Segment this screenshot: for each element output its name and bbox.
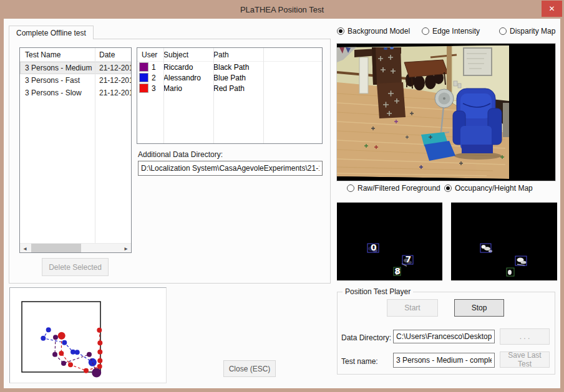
delete-selected-button[interactable]: Delete Selected <box>42 258 109 276</box>
column-divider <box>95 48 95 243</box>
path-cell: Blue Path <box>213 74 322 82</box>
user-id-cell: 2 <box>152 74 163 82</box>
user-color-swatch <box>140 84 148 92</box>
tests-table-header: Test Name Date <box>20 48 131 62</box>
horizontal-scrollbar[interactable]: ◂ ▸ <box>20 243 131 252</box>
radio-circle-icon <box>337 27 344 35</box>
test-name-cell: 3 Persons - Fast <box>20 76 95 85</box>
column-user[interactable]: User <box>137 50 163 59</box>
test-name-input[interactable] <box>393 353 495 368</box>
user-id-cell: 1 <box>152 63 163 72</box>
test-date-cell: 21-12-201 <box>95 88 131 97</box>
close-icon: ✕ <box>548 4 555 13</box>
user-row[interactable]: 1RiccardoBlack Path <box>137 62 322 72</box>
tab-pane: Test Name Date 3 Persons - Medium21-12-2… <box>9 39 331 284</box>
radio-label: Occupancy/Height Map <box>455 184 533 193</box>
occupancy-map-left: 078 <box>337 203 442 280</box>
test-row[interactable]: 3 Persons - Slow21-12-201 <box>20 87 131 99</box>
stop-button[interactable]: Stop <box>454 299 504 317</box>
tab-complete-offline-test[interactable]: Complete Offline test <box>9 26 94 39</box>
column-divider <box>263 48 264 143</box>
radio-label: Edge Intensity <box>432 27 480 36</box>
group-title: Position Test Player <box>343 287 413 296</box>
occupancy-map-right <box>451 203 557 280</box>
test-name-cell: 3 Persons - Medium <box>20 64 95 72</box>
plathea-window: PLaTHEA Position Test ✕ Complete Offline… <box>0 0 564 392</box>
browse-button[interactable]: . . . <box>500 328 550 345</box>
view-mode-radio-group: Background ModelEdge IntensityDisparity … <box>337 27 559 37</box>
radio-disparity-map[interactable]: Disparity Map <box>499 27 555 36</box>
test-row[interactable]: 3 Persons - Medium21-12-201 <box>20 62 131 74</box>
radio-occupancy-height-map[interactable]: Occupancy/Height Map <box>444 184 533 193</box>
subject-cell: Alessandro <box>163 74 213 82</box>
users-table-header: User Subject Path <box>137 48 322 62</box>
subject-cell: Mario <box>163 84 213 93</box>
path-cell: Red Path <box>213 84 322 93</box>
user-color-swatch <box>140 74 148 82</box>
column-date[interactable]: Date <box>95 50 131 59</box>
radio-label: Disparity Map <box>510 27 555 36</box>
user-color-swatch <box>140 63 148 71</box>
column-test-name[interactable]: Test Name <box>20 50 95 59</box>
user-row[interactable]: 2AlessandroBlue Path <box>137 72 322 83</box>
data-directory-label: Data Directory: <box>341 333 391 342</box>
column-divider <box>213 48 214 143</box>
users-table[interactable]: User Subject Path 1RiccardoBlack Path2Al… <box>137 47 323 144</box>
subject-cell: Riccardo <box>163 63 213 72</box>
tests-table[interactable]: Test Name Date 3 Persons - Medium21-12-2… <box>19 47 132 253</box>
data-directory-input[interactable] <box>393 330 495 343</box>
scroll-left-icon[interactable]: ◂ <box>20 244 30 252</box>
radio-circle-icon <box>422 27 429 35</box>
radio-label: Raw/Filtered Foreground <box>357 184 440 193</box>
scrollbar-track[interactable] <box>30 244 121 252</box>
foreground-mode-radio-group: Raw/Filtered ForegroundOccupancy/Height … <box>347 184 559 194</box>
test-name-label: Test name: <box>341 357 378 366</box>
save-last-test-button[interactable]: Save Last Test <box>500 351 550 368</box>
user-id-cell: 3 <box>152 84 163 93</box>
column-subject[interactable]: Subject <box>163 50 213 59</box>
radio-circle-icon <box>347 184 354 192</box>
window-title: PLaTHEA Position Test <box>240 5 324 14</box>
scrollbar-thumb[interactable] <box>31 244 81 252</box>
test-name-cell: 3 Persons - Slow <box>20 88 95 97</box>
path-cell: Black Path <box>213 63 322 72</box>
radio-background-model[interactable]: Background Model <box>337 27 410 36</box>
path-plot-panel <box>9 287 167 383</box>
test-row[interactable]: 3 Persons - Fast21-12-201 <box>20 74 131 87</box>
user-row[interactable]: 3MarioRed Path <box>137 83 322 93</box>
dialog-content: Complete Offline test Test Name Date 3 P… <box>4 19 560 388</box>
additional-data-directory-label: Additional Data Directory: <box>138 150 223 159</box>
column-path[interactable]: Path <box>213 50 322 59</box>
radio-edge-intensity[interactable]: Edge Intensity <box>422 27 480 36</box>
close-esc-button[interactable]: Close (ESC) <box>223 360 276 377</box>
test-date-cell: 21-12-201 <box>95 76 131 85</box>
test-date-cell: 21-12-201 <box>95 64 131 72</box>
column-divider <box>163 48 164 143</box>
svg-text:7: 7 <box>405 254 411 264</box>
camera-scene <box>337 44 555 181</box>
title-bar[interactable]: PLaTHEA Position Test ✕ <box>0 0 564 19</box>
radio-circle-icon <box>444 184 452 192</box>
start-button[interactable]: Start <box>387 299 438 317</box>
radio-label: Background Model <box>348 27 410 36</box>
svg-text:0: 0 <box>371 242 377 252</box>
radio-circle-icon <box>499 27 507 35</box>
close-button[interactable]: ✕ <box>542 1 562 17</box>
additional-data-directory-input[interactable] <box>138 161 323 176</box>
scroll-right-icon[interactable]: ▸ <box>121 244 131 252</box>
camera-view <box>336 43 556 181</box>
svg-text:8: 8 <box>394 266 401 276</box>
radio-raw-filtered-foreground[interactable]: Raw/Filtered Foreground <box>347 184 440 193</box>
